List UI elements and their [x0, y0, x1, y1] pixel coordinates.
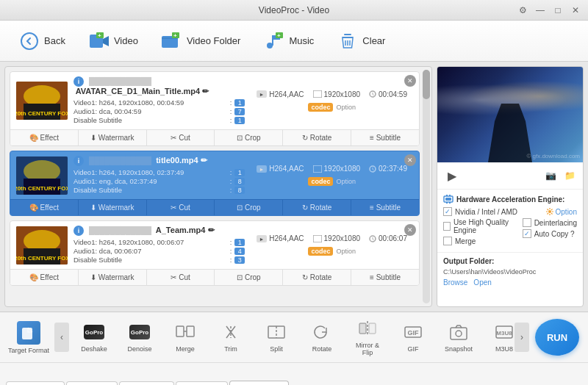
tool-snapshot[interactable]: Snapshot: [437, 319, 481, 356]
target-format-button[interactable]: Target Format: [3, 318, 54, 357]
close-button[interactable]: ✕: [569, 4, 582, 17]
dur-stat-2: 02:37:49: [369, 165, 407, 173]
close-btn-3[interactable]: ✕: [404, 224, 416, 236]
tab-device[interactable]: Device: [119, 381, 175, 385]
right-nav-button[interactable]: ›: [514, 323, 529, 352]
svg-point-58: [456, 331, 462, 337]
video-meta-video-2: Video1: h264, 1920x1080, 02:37:49 : 1: [74, 168, 245, 176]
tool-rotate[interactable]: Rotate: [300, 319, 344, 356]
res-stat-3: 1920x1080: [313, 234, 361, 242]
codec-stat-2: ► H264,AAC: [257, 165, 304, 173]
tool-deshake[interactable]: GoPro Deshake: [72, 319, 116, 356]
tab-toolbox[interactable]: ToolBox: [229, 381, 289, 385]
output-path: C:\Users\han\Videos\VideoProc: [443, 268, 577, 276]
subtitle-btn-1[interactable]: ≡ Subtitle: [351, 130, 419, 145]
svg-text:+: +: [277, 32, 281, 39]
codec-badge-2: codec: [308, 177, 333, 186]
trim-icon: [220, 322, 241, 342]
crop-btn-2[interactable]: ⊡ Crop: [215, 200, 283, 215]
close-btn-1[interactable]: ✕: [404, 75, 416, 87]
left-nav-button[interactable]: ‹: [54, 323, 69, 352]
watermark-btn-2[interactable]: ⬇ Watermark: [79, 200, 147, 215]
info-icon-1: i: [74, 76, 84, 87]
run-button[interactable]: RUN: [535, 319, 579, 356]
tool-gif[interactable]: GIF GIF: [391, 319, 435, 356]
svg-rect-57: [451, 328, 467, 339]
watermark-btn-1[interactable]: ⬇ Watermark: [79, 130, 147, 145]
video-button[interactable]: + Video: [79, 26, 148, 56]
rotate-btn-1[interactable]: ↻ Rotate: [283, 130, 351, 145]
watermark-btn-3[interactable]: ⬇ Watermark: [79, 270, 147, 285]
minimize-button[interactable]: —: [534, 4, 547, 17]
tool-mirror[interactable]: Mirror & Flip: [345, 315, 390, 359]
action-row-1: 🎨 Effect ⬇ Watermark ✂ Cut ⊡ Crop ↻ Rota…: [10, 129, 419, 145]
cut-btn-2[interactable]: ✂ Cut: [147, 200, 215, 215]
tab-popular[interactable]: Popular: [6, 381, 65, 385]
hw-option-link[interactable]: Option: [545, 207, 577, 216]
rotate-btn-2[interactable]: ↻ Rotate: [283, 200, 351, 215]
play-button[interactable]: ▶: [443, 167, 461, 184]
option-label-3: Option: [336, 248, 356, 255]
tools-scroll: GoPro Deshake GoPro Denoise Merge: [69, 315, 514, 359]
autocopy-checkbox[interactable]: [523, 229, 531, 238]
video-folder-button[interactable]: + Video Folder: [151, 26, 251, 56]
video-info-1: i ████████████ AVATAR_CE_D1_Main_Title.m…: [68, 75, 251, 126]
tool-merge[interactable]: Merge: [163, 319, 207, 356]
hw-autocopy-row: Auto Copy ?: [523, 229, 577, 238]
tool-denoise[interactable]: GoPro Denoise: [118, 319, 162, 356]
cut-btn-3[interactable]: ✂ Cut: [147, 270, 215, 285]
video-folder-icon: +: [162, 31, 182, 51]
action-row-3: 🎨 Effect ⬇ Watermark ✂ Cut ⊡ Crop ↻ Rota…: [10, 269, 419, 285]
tool-m3u8[interactable]: M3U8 M3U8: [482, 319, 514, 356]
crop-btn-3[interactable]: ⊡ Crop: [215, 270, 283, 285]
video-meta-video-1: Video1: h264, 1920x1080, 00:04:59 : 1: [74, 98, 245, 107]
merge-checkbox[interactable]: [443, 237, 452, 245]
svg-rect-29: [313, 165, 322, 173]
video-stats-3: ► H264,AAC 1920x1080 00:06:07: [257, 234, 407, 242]
tool-trim[interactable]: Trim: [209, 319, 253, 356]
scroll-bar[interactable]: [423, 70, 430, 303]
scroll-thumb[interactable]: [423, 70, 430, 99]
open-button[interactable]: Open: [473, 278, 491, 287]
music-button[interactable]: + Music: [254, 26, 324, 56]
folder-icon-button[interactable]: 📁: [562, 168, 577, 183]
output-buttons: Browse Open: [443, 278, 577, 287]
cut-btn-1[interactable]: ✂ Cut: [147, 130, 215, 145]
svg-text:►: ►: [259, 92, 265, 97]
camera-icon-button[interactable]: 📷: [543, 168, 558, 183]
thumbnail-2: 20th CENTURY FOX: [16, 156, 68, 195]
snapshot-icon: [448, 322, 469, 342]
tool-split[interactable]: Split: [254, 319, 298, 356]
effect-btn-1[interactable]: 🎨 Effect: [10, 130, 79, 145]
music-icon: +: [264, 31, 284, 51]
subtitle-btn-3[interactable]: ≡ Subtitle: [351, 270, 419, 285]
nvidia-checkbox[interactable]: [443, 207, 452, 216]
toolbox-row: Target Format ‹ GoPro Deshake GoPro Deno…: [0, 312, 588, 363]
video-info-2: i ████████████ title00.mp4 ✏ Video1: h26…: [68, 154, 251, 196]
tab-video[interactable]: Video: [66, 381, 118, 385]
crop-btn-1[interactable]: ⊡ Crop: [215, 130, 283, 145]
deinterlace-checkbox[interactable]: [523, 218, 531, 227]
toolbar: Back + Video + Video Folder + Music Clea…: [0, 21, 588, 62]
svg-rect-44: [449, 202, 451, 204]
effect-btn-3[interactable]: 🎨 Effect: [10, 270, 79, 285]
hq-checkbox[interactable]: [443, 222, 451, 231]
tab-music[interactable]: Music: [176, 381, 228, 385]
effect-btn-2[interactable]: 🎨 Effect: [10, 200, 79, 215]
close-btn-2[interactable]: ✕: [404, 154, 416, 166]
gear-icon: [545, 207, 554, 216]
res-stat-1: 1920x1080: [313, 90, 361, 98]
settings-button[interactable]: ⚙: [516, 4, 529, 17]
back-button[interactable]: Back: [9, 26, 76, 56]
hardware-section: Hardware Acceleration Engine: Nvidia / I…: [437, 190, 583, 253]
thumbnail-1: 20th CENTURY FOX: [16, 82, 68, 120]
svg-text:+: +: [98, 32, 101, 39]
hw-title: Hardware Acceleration Engine:: [443, 194, 577, 204]
maximize-button[interactable]: □: [551, 4, 564, 17]
svg-rect-48: [187, 326, 194, 337]
rotate-btn-3[interactable]: ↻ Rotate: [283, 270, 351, 285]
browse-button[interactable]: Browse: [443, 278, 467, 287]
subtitle-btn-2[interactable]: ≡ Subtitle: [351, 200, 419, 215]
clear-button[interactable]: Clear: [327, 26, 395, 56]
svg-text:+: +: [173, 32, 177, 39]
